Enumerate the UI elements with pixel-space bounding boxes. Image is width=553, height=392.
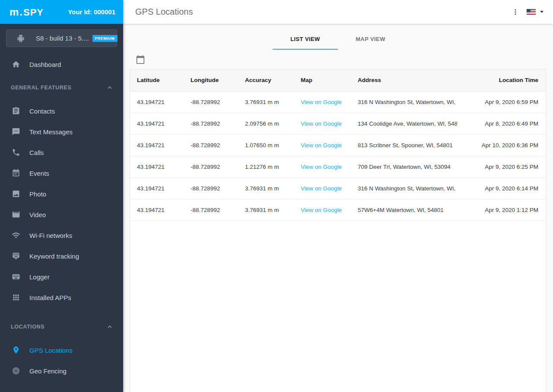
contacts-icon	[11, 106, 21, 116]
cell-map: View on Google	[294, 113, 351, 134]
apps-grid-icon	[11, 292, 21, 303]
cell-latitude: 43.194721	[130, 134, 184, 156]
cell-location-time: Apr 9, 2020 6:59 PM	[457, 91, 546, 113]
locations-table: Latitude Longitude Accuracy Map Address …	[130, 70, 546, 221]
calendar-icon[interactable]	[136, 55, 145, 64]
cell-map: View on Google	[294, 134, 351, 156]
cell-longitude: -88.728992	[184, 156, 238, 177]
sidebar-item-geo-fencing[interactable]: Geo Fencing	[0, 360, 123, 381]
cell-longitude: -88.728992	[184, 91, 238, 113]
sidebar-item-calls[interactable]: Calls	[0, 142, 123, 163]
sidebar-item-text-messages[interactable]: Text Messages	[0, 121, 123, 142]
cell-latitude: 43.194721	[130, 156, 184, 177]
cell-accuracy: 3.76931 m m	[238, 177, 294, 199]
sidebar-item-events[interactable]: Events	[0, 163, 123, 183]
main-area: GPS Locations LIST VIEW MAP VIEW	[123, 0, 553, 392]
view-tabs: LIST VIEW MAP VIEW	[130, 24, 546, 50]
geofence-icon	[11, 366, 21, 376]
kebab-menu-icon[interactable]	[510, 7, 521, 17]
premium-badge: PREMIUM	[92, 35, 118, 42]
cell-map: View on Google	[294, 156, 351, 177]
cell-accuracy: 2.09756 m m	[238, 113, 294, 134]
view-on-google-link[interactable]: View on Google	[301, 164, 342, 170]
home-icon	[11, 59, 21, 70]
col-header-location-time: Location Time	[457, 70, 546, 91]
chevron-up-icon	[106, 323, 114, 331]
sidebar-item-contacts[interactable]: Contacts	[0, 101, 123, 121]
section-header-social-networks[interactable]: SOCIAL NETWORKS	[0, 390, 123, 392]
sidebar-item-wi-fi-networks[interactable]: Wi-Fi networks	[0, 225, 123, 246]
view-on-google-link[interactable]: View on Google	[301, 99, 342, 105]
content-area: LIST VIEW MAP VIEW Latitude Longitude Ac…	[123, 24, 553, 392]
section-items-general-features: ContactsText MessagesCallsEventsPhotoVid…	[0, 101, 123, 308]
mspy-logo[interactable]: m.SPY	[10, 6, 44, 18]
tab-map-view[interactable]: MAP VIEW	[338, 36, 403, 50]
photo-icon	[11, 189, 21, 199]
view-on-google-link[interactable]: View on Google	[301, 120, 342, 127]
cell-address: 316 N Washington St, Watertown, WI, 5480…	[351, 177, 457, 199]
cell-address: 57W6+4M Watertown, WI, 54801	[351, 199, 457, 221]
cell-accuracy: 3.76931 m m	[238, 199, 294, 221]
cell-longitude: -88.728992	[184, 199, 238, 221]
cell-address: 813 Scribner St, Spooner, WI, 54801	[351, 134, 457, 156]
col-header-longitude: Longitude	[184, 70, 238, 91]
table-header-row: Latitude Longitude Accuracy Map Address …	[130, 70, 546, 91]
sidebar-item-gps-locations[interactable]: GPS Locations	[0, 340, 123, 360]
device-selector[interactable]: S8 - build 13 - 5.... PREMIUM	[6, 29, 117, 47]
table-toolbar	[130, 50, 546, 69]
table-row: 43.194721-88.7289921.07650 m mView on Go…	[130, 134, 546, 156]
wifi-icon	[11, 230, 21, 240]
view-on-google-link[interactable]: View on Google	[301, 185, 342, 192]
cell-longitude: -88.728992	[184, 113, 238, 134]
cell-longitude: -88.728992	[184, 134, 238, 156]
user-id-label: Your Id: 000001	[68, 8, 115, 16]
sidebar-nav: S8 - build 13 - 5.... PREMIUM DashboardG…	[0, 24, 123, 392]
table-row: 43.194721-88.7289921.21276 m mView on Go…	[130, 156, 546, 177]
header-actions	[510, 7, 543, 17]
sidebar-item-keyword-tracking[interactable]: Keyword tracking	[0, 246, 123, 266]
sidebar-topbar: m.SPY Your Id: 000001	[0, 0, 123, 24]
chevron-down-icon	[540, 11, 543, 13]
sidebar-item-video[interactable]: Video	[0, 204, 123, 225]
cell-latitude: 43.194721	[130, 177, 184, 199]
android-icon	[17, 35, 25, 42]
cell-latitude: 43.194721	[130, 113, 184, 134]
tab-list-view[interactable]: LIST VIEW	[273, 36, 338, 50]
cell-address: 134 Coolidge Ave, Watertown, WI, 54801	[351, 113, 457, 134]
map-pin-icon	[11, 345, 21, 355]
messages-icon	[11, 126, 21, 137]
sidebar-item-installed-apps[interactable]: Installed APPs	[0, 287, 123, 308]
cell-accuracy: 1.21276 m m	[238, 156, 294, 177]
cell-map: View on Google	[294, 177, 351, 199]
video-icon	[11, 209, 21, 220]
sidebar-item-dashboard[interactable]: Dashboard	[0, 54, 123, 75]
page-header: GPS Locations	[123, 0, 553, 24]
keyboard-icon	[11, 272, 21, 282]
cell-location-time: Apr 9, 2020 6:14 PM	[457, 177, 546, 199]
view-on-google-link[interactable]: View on Google	[301, 207, 342, 213]
language-selector[interactable]	[527, 9, 543, 15]
table-row: 43.194721-88.7289922.09756 m mView on Go…	[130, 113, 546, 134]
keyword-tracking-icon	[11, 251, 21, 261]
cell-map: View on Google	[294, 199, 351, 221]
section-header-general-features[interactable]: GENERAL FEATURES	[0, 83, 123, 92]
view-on-google-link[interactable]: View on Google	[301, 142, 342, 149]
cell-address: 709 Deer Trl, Watertown, WI, 53094	[351, 156, 457, 177]
sidebar-item-logger[interactable]: Logger	[0, 266, 123, 287]
logo-dot: .	[19, 6, 23, 18]
sidebar-item-photo[interactable]: Photo	[0, 183, 123, 204]
col-header-accuracy: Accuracy	[238, 70, 294, 91]
us-flag-icon	[527, 9, 536, 15]
sidebar: m.SPY Your Id: 000001 S8 - build 13 - 5.…	[0, 0, 123, 392]
phone-icon	[11, 147, 21, 158]
table-row: 43.194721-88.7289923.76931 m mView on Go…	[130, 199, 546, 221]
locations-table-card: Latitude Longitude Accuracy Map Address …	[130, 69, 546, 392]
cell-accuracy: 1.07650 m m	[238, 134, 294, 156]
cell-longitude: -88.728992	[184, 177, 238, 199]
col-header-address: Address	[351, 70, 457, 91]
cell-location-time: Apr 9, 2020 1:12 PM	[457, 199, 546, 221]
events-calendar-icon	[11, 168, 21, 178]
cell-accuracy: 3.76931 m m	[238, 91, 294, 113]
table-row: 43.194721-88.7289923.76931 m mView on Go…	[130, 177, 546, 199]
section-header-locations[interactable]: LOCATIONS	[0, 322, 123, 331]
